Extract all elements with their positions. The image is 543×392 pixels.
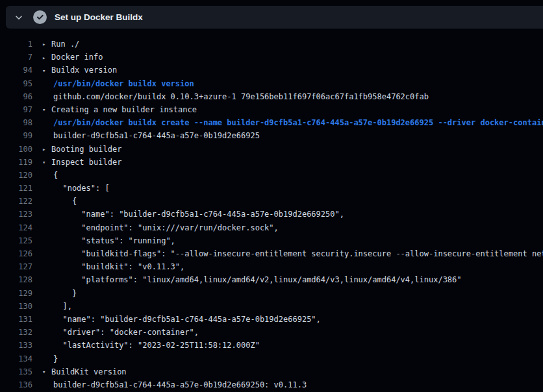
line-number[interactable]: 100 xyxy=(0,143,32,156)
log-text: { xyxy=(32,169,58,182)
line-number[interactable]: 124 xyxy=(0,221,32,234)
chevron-down-icon[interactable] xyxy=(11,10,27,25)
line-number[interactable]: 7 xyxy=(0,51,32,64)
log-text: github.com/docker/buildx 0.10.3+azure-1 … xyxy=(32,90,429,103)
line-number[interactable]: 99 xyxy=(0,129,32,142)
log-line: 125 "status": "running", xyxy=(0,234,543,247)
group-header-content: ▾Buildx version xyxy=(32,64,117,77)
log-group-header-row[interactable]: 135▾BuildKit version xyxy=(0,365,543,378)
line-number[interactable]: 119 xyxy=(0,156,32,169)
log-text: "status": "running", xyxy=(32,234,175,247)
log-line: 127 "buildkit": "v0.11.3", xyxy=(0,260,543,273)
triangle-right-icon[interactable]: ▸ xyxy=(42,51,51,64)
log-text: "lastActivity": "2023-02-25T11:58:12.000… xyxy=(32,339,260,352)
log-group-header-row[interactable]: 97▾Creating a new builder instance xyxy=(0,103,543,116)
group-header-content: ▾Creating a new builder instance xyxy=(32,103,197,116)
group-header-content: ▾BuildKit version xyxy=(32,365,127,378)
step-header[interactable]: Set up Docker Buildx xyxy=(6,6,543,29)
line-number[interactable]: 125 xyxy=(0,234,32,247)
line-number[interactable]: 136 xyxy=(0,378,32,391)
log-line: 134} xyxy=(0,352,543,365)
log-line: 128 "platforms": "linux/amd64,linux/amd6… xyxy=(0,273,543,286)
group-header-content: ▸Docker info xyxy=(32,51,103,64)
log-line: 136builder-d9cfb5a1-c764-445a-a57e-0b19d… xyxy=(0,378,543,391)
triangle-down-icon[interactable]: ▾ xyxy=(42,365,51,378)
group-title: Run ./ xyxy=(51,40,79,49)
line-number[interactable]: 120 xyxy=(0,169,32,182)
log-line: 120{ xyxy=(0,169,543,182)
triangle-right-icon[interactable]: ▸ xyxy=(42,143,51,156)
line-number[interactable]: 97 xyxy=(0,103,32,116)
line-number[interactable]: 131 xyxy=(0,313,32,326)
line-number[interactable]: 132 xyxy=(0,326,32,339)
check-circle-icon xyxy=(32,10,47,25)
log-text: "name": "builder-d9cfb5a1-c764-445a-a57e… xyxy=(32,313,321,326)
triangle-down-icon[interactable]: ▾ xyxy=(42,103,51,116)
line-number[interactable]: 134 xyxy=(0,352,32,365)
line-number[interactable]: 129 xyxy=(0,287,32,300)
log-group-header-row[interactable]: 7▸Docker info xyxy=(0,51,543,64)
log-text: } xyxy=(32,352,58,365)
log-line: 122 { xyxy=(0,195,543,208)
log-line: 129 } xyxy=(0,287,543,300)
log-text: "name": "builder-d9cfb5a1-c764-445a-a57e… xyxy=(32,208,344,221)
line-number[interactable]: 98 xyxy=(0,116,32,129)
command-text: /usr/bin/docker buildx create --name bui… xyxy=(32,116,543,129)
log-group-header-row[interactable]: 119▾Inspect builder xyxy=(0,156,543,169)
triangle-down-icon[interactable]: ▾ xyxy=(42,156,51,169)
line-number[interactable]: 94 xyxy=(0,64,32,77)
log-line: 124 "endpoint": "unix:///var/run/docker.… xyxy=(0,221,543,234)
group-header-content: ▸Booting builder xyxy=(32,143,121,156)
log-text: "nodes": [ xyxy=(32,182,110,195)
line-number[interactable]: 126 xyxy=(0,247,32,260)
line-number[interactable]: 122 xyxy=(0,195,32,208)
log-line: 95/usr/bin/docker buildx version xyxy=(0,77,543,90)
line-number[interactable]: 96 xyxy=(0,90,32,103)
group-header-content: ▸Run ./ xyxy=(32,38,79,51)
log-text: "endpoint": "unix:///var/run/docker.sock… xyxy=(32,221,279,234)
log-group-header-row[interactable]: 94▾Buildx version xyxy=(0,64,543,77)
log-text: "driver": "docker-container", xyxy=(32,326,199,339)
group-title: Buildx version xyxy=(51,66,117,75)
group-header-content: ▾Inspect builder xyxy=(32,156,121,169)
group-title: Inspect builder xyxy=(51,158,121,167)
line-number[interactable]: 130 xyxy=(0,300,32,313)
log-group-header-row[interactable]: 1▸Run ./ xyxy=(0,38,543,51)
triangle-right-icon[interactable]: ▸ xyxy=(42,38,51,51)
line-number[interactable]: 95 xyxy=(0,77,32,90)
log-line: 133 "lastActivity": "2023-02-25T11:58:12… xyxy=(0,339,543,352)
log-group-header-row[interactable]: 100▸Booting builder xyxy=(0,143,543,156)
log-line: 96github.com/docker/buildx 0.10.3+azure-… xyxy=(0,90,543,103)
log-text: "platforms": "linux/amd64,linux/amd64/v2… xyxy=(32,273,462,286)
line-number[interactable]: 128 xyxy=(0,273,32,286)
log-line: 98/usr/bin/docker buildx create --name b… xyxy=(0,116,543,129)
log-line: 99builder-d9cfb5a1-c764-445a-a57e-0b19d2… xyxy=(0,129,543,142)
group-title: Booting builder xyxy=(51,145,121,154)
log-line: 123 "name": "builder-d9cfb5a1-c764-445a-… xyxy=(0,208,543,221)
log-text: builder-d9cfb5a1-c764-445a-a57e-0b19d2e6… xyxy=(32,378,307,391)
triangle-down-icon[interactable]: ▾ xyxy=(42,64,51,77)
group-title: Creating a new builder instance xyxy=(51,105,197,114)
actions-log-page: Set up Docker Buildx 1▸Run ./7▸Docker in… xyxy=(0,0,543,392)
log-line: 132 "driver": "docker-container", xyxy=(0,326,543,339)
log-line: 131 "name": "builder-d9cfb5a1-c764-445a-… xyxy=(0,313,543,326)
line-number[interactable]: 135 xyxy=(0,365,32,378)
line-number[interactable]: 1 xyxy=(0,38,32,51)
line-number[interactable]: 133 xyxy=(0,339,32,352)
log-text: { xyxy=(32,195,77,208)
line-number[interactable]: 123 xyxy=(0,208,32,221)
log-text: } xyxy=(32,287,77,300)
log-line: 126 "buildkitd-flags": "--allow-insecure… xyxy=(0,247,543,260)
group-title: Docker info xyxy=(51,53,103,62)
line-number[interactable]: 127 xyxy=(0,260,32,273)
group-title: BuildKit version xyxy=(51,367,127,376)
log-text: ], xyxy=(32,300,72,313)
command-text: /usr/bin/docker buildx version xyxy=(32,77,194,90)
line-number[interactable]: 121 xyxy=(0,182,32,195)
log-text: "buildkit": "v0.11.3", xyxy=(32,260,184,273)
log-line: 121 "nodes": [ xyxy=(0,182,543,195)
step-title: Set up Docker Buildx xyxy=(55,12,143,22)
log-line: 130 ], xyxy=(0,300,543,313)
log-text: "buildkitd-flags": "--allow-insecure-ent… xyxy=(32,247,543,260)
log-text: builder-d9cfb5a1-c764-445a-a57e-0b19d2e6… xyxy=(32,129,260,142)
